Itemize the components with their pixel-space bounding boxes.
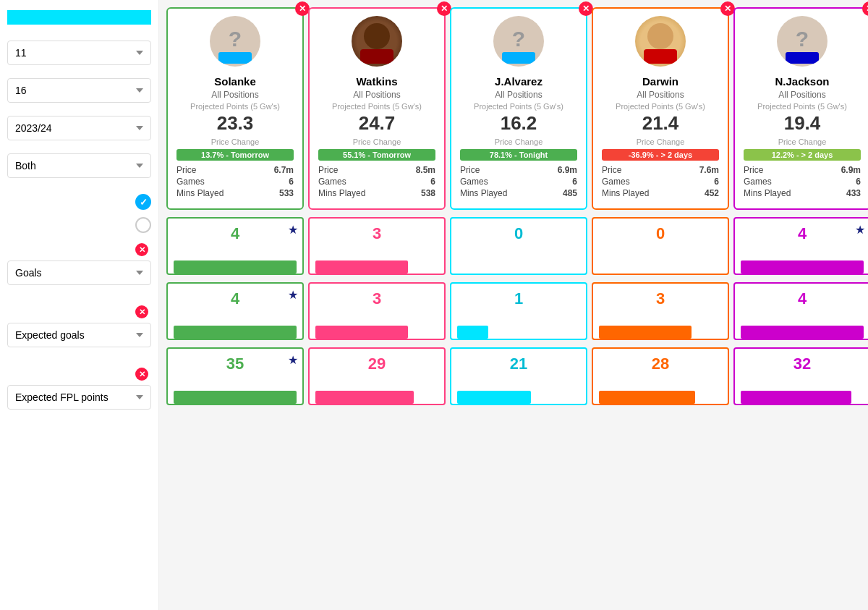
stat1-remove-button[interactable]: ✕ — [135, 243, 148, 256]
stat2-remove-button[interactable]: ✕ — [135, 305, 148, 318]
games-value-2: 6 — [572, 177, 577, 187]
price-row-0: Price 6.7m — [176, 165, 294, 175]
show-totals-toggle[interactable] — [135, 194, 151, 210]
main-content: ✕ ? Solanke All Positions Projected Poin… — [159, 0, 868, 610]
projected-label-4: Projected Points (5 Gw's) — [744, 102, 861, 111]
stat2-value-4: 4 — [798, 289, 807, 308]
stat3-bar-fill-3 — [599, 391, 695, 404]
stat3-bar-card-1: 29 — [308, 347, 446, 405]
player-position-4: All Positions — [744, 90, 861, 100]
projected-label-2: Projected Points (5 Gw's) — [460, 102, 577, 111]
stat1-value-1: 3 — [373, 224, 381, 243]
close-player-4[interactable]: ✕ — [862, 1, 868, 16]
close-player-3[interactable]: ✕ — [720, 1, 735, 16]
stat3-bar-fill-0 — [174, 391, 297, 404]
projected-label-1: Projected Points (5 Gw's) — [318, 102, 435, 111]
games-value-1: 6 — [430, 177, 435, 187]
stat3-bar-fill-4 — [741, 391, 851, 404]
projected-label-0: Projected Points (5 Gw's) — [176, 102, 294, 111]
projected-label-3: Projected Points (5 Gw's) — [602, 102, 719, 111]
stat3-bar-fill-2 — [457, 391, 531, 404]
price-row-3: Price 7.6m — [602, 165, 719, 175]
price-label-3: Price — [602, 165, 621, 175]
price-row-4: Price 6.9m — [744, 165, 861, 175]
mins-row-0: Mins Played 533 — [176, 188, 294, 198]
games-label-4: Games — [744, 177, 772, 187]
stat3-value-0: 35 — [226, 355, 244, 373]
player-name-3: Darwin — [602, 75, 719, 88]
stat2-value-0: 4 — [231, 289, 239, 308]
home-or-away-select[interactable]: Both — [7, 153, 151, 178]
stat1-value-4: 4 — [798, 224, 807, 243]
player-position-2: All Positions — [460, 90, 577, 100]
games-row-3: Games 6 — [602, 177, 719, 187]
stat1-bar-fill-0 — [174, 260, 297, 274]
stat1-select[interactable]: Goals — [7, 260, 151, 285]
star-icon-stat1-4: ★ — [855, 223, 865, 237]
price-change-label-1: Price Change — [318, 137, 435, 146]
price-change-label-3: Price Change — [602, 137, 719, 146]
stat3-value-2: 21 — [510, 355, 527, 373]
price-change-bar-3: -36.9% - > 2 days — [602, 149, 719, 161]
games-row-1: Games 6 — [318, 177, 435, 187]
player-card-4: ✕ ? N.Jackson All Positions Projected Po… — [733, 7, 868, 210]
mins-row-4: Mins Played 433 — [744, 188, 861, 198]
stat3-value-4: 32 — [793, 355, 811, 373]
stat2-select[interactable]: Expected goals — [7, 323, 151, 347]
price-label-2: Price — [460, 165, 480, 175]
price-value-0: 6.7m — [274, 165, 294, 175]
stat1-bar-card-3: 0 — [592, 217, 729, 275]
player-card-2: ✕ ? J.Alvarez All Positions Projected Po… — [450, 7, 587, 210]
games-label-2: Games — [460, 177, 488, 187]
price-change-label-2: Price Change — [460, 137, 577, 146]
price-change-bar-2: 78.1% - Tonight — [460, 149, 577, 161]
mins-label-0: Mins Played — [176, 188, 224, 198]
stat2-bar-fill-2 — [457, 326, 488, 339]
show-avg-toggle[interactable] — [135, 217, 151, 233]
stat2-value-3: 3 — [656, 289, 665, 308]
price-label-0: Price — [176, 165, 196, 175]
starting-gameweek-select[interactable]: 11 — [7, 41, 151, 65]
games-value-3: 6 — [714, 177, 719, 187]
mins-row-3: Mins Played 452 — [602, 188, 719, 198]
stat3-bar-card-0: ★ 35 — [166, 347, 304, 405]
games-label-0: Games — [176, 177, 205, 187]
projected-value-0: 23.3 — [176, 112, 294, 135]
player-cards-row: ✕ ? Solanke All Positions Projected Poin… — [166, 7, 861, 210]
player-avatar-4: ? — [744, 16, 861, 71]
stat3-section: ✕ Expected FPL points — [7, 368, 151, 420]
star-icon-stat2-0: ★ — [288, 288, 298, 302]
stat2-bar-card-4: 4 — [733, 282, 868, 340]
projected-value-2: 16.2 — [460, 112, 577, 135]
stat2-bars-row: ★ 4 3 1 3 4 — [166, 282, 861, 340]
price-change-bar-4: 12.2% - > 2 days — [744, 149, 861, 161]
close-player-1[interactable]: ✕ — [437, 1, 451, 16]
sidebar: 11 16 2023/24 Both ✕ Goals ✕ Exp — [0, 0, 159, 610]
player-card-3: ✕ Darwin All Positions Projected Points … — [592, 7, 729, 210]
stat2-section: ✕ Expected goals — [7, 305, 151, 357]
reset-button[interactable] — [7, 10, 151, 25]
mins-row-2: Mins Played 485 — [460, 188, 577, 198]
player-name-4: N.Jackson — [744, 75, 861, 88]
price-value-1: 8.5m — [416, 165, 435, 175]
stat3-bar-card-4: 32 — [733, 347, 868, 405]
star-icon-stat1-0: ★ — [288, 223, 298, 237]
close-player-0[interactable]: ✕ — [295, 1, 310, 16]
games-label-1: Games — [318, 177, 346, 187]
player-position-3: All Positions — [602, 90, 719, 100]
close-player-2[interactable]: ✕ — [579, 1, 593, 16]
stat1-bars-row: ★ 4 3 0 0 ★ 4 — [166, 217, 861, 275]
player-position-1: All Positions — [318, 90, 435, 100]
ending-gameweek-select[interactable]: 16 — [7, 78, 151, 103]
price-row-1: Price 8.5m — [318, 165, 435, 175]
player-card-1: ✕ Watkins All Positions Projected Points… — [308, 7, 446, 210]
stat3-remove-button[interactable]: ✕ — [135, 368, 148, 381]
price-value-4: 6.9m — [841, 165, 861, 175]
season-select[interactable]: 2023/24 — [7, 116, 151, 140]
price-label-4: Price — [744, 165, 763, 175]
price-value-3: 7.6m — [699, 165, 719, 175]
player-avatar-1 — [318, 16, 435, 71]
price-change-label-4: Price Change — [744, 137, 861, 146]
stat2-bar-fill-3 — [599, 326, 692, 339]
stat3-select[interactable]: Expected FPL points — [7, 385, 151, 410]
